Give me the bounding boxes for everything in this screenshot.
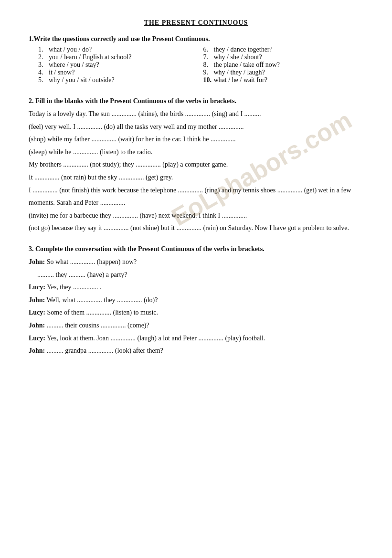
dialogue-line: .......... they .......... (have) a part… (29, 269, 363, 282)
section-2-title: 2. Fill in the blanks with the Present C… (29, 97, 363, 105)
para: Today is a lovely day. The sun .........… (29, 108, 363, 121)
speaker: Lucy: (29, 309, 45, 316)
list-item: 5. why / you / sit / outside? (38, 76, 199, 84)
speaker: John: (29, 258, 45, 265)
dialogue-line: John: .......... their cousins .........… (29, 319, 363, 332)
page-title: THE PRESENT CONTINUOUS (29, 19, 363, 27)
list-item: 6. they / dance together? (203, 46, 364, 53)
dialogue-line: John: .......... grandpa ...............… (29, 345, 363, 358)
dialogue-line: John: So what ............... (happen) n… (29, 256, 363, 269)
para: It ............... (not rain) but the sk… (29, 171, 363, 184)
para: (shop) while my father ............... (… (29, 133, 363, 146)
section-2: 2. Fill in the blanks with the Present C… (29, 97, 363, 235)
list-item: 7. why / she / shout? (203, 53, 364, 61)
list-item: 3. where / you / stay? (38, 61, 199, 69)
speaker: John: (29, 322, 45, 329)
para: (sleep) while he ............... (listen… (29, 146, 363, 159)
section-2-body: Today is a lovely day. The sun .........… (29, 108, 363, 235)
list-item: 9. why / they / laugh? (203, 69, 364, 76)
section-3-body: John: So what ............... (happen) n… (29, 256, 363, 358)
para: I ............... (not finish) this work… (29, 184, 363, 210)
list-col-right: 6. they / dance together? 7. why / she /… (203, 46, 364, 84)
list-item: 2. you / learn / English at school? (38, 53, 199, 61)
list-item: 1. what / you / do? (38, 46, 199, 53)
dialogue-line: Lucy: Yes, they ............... . (29, 281, 363, 294)
para: (not go) because they say it ...........… (29, 222, 363, 235)
speaker: Lucy: (29, 335, 45, 342)
section-1-title: 1.Write the questions correctly and use … (29, 35, 363, 43)
para: (feel) very well. I ............... (do)… (29, 121, 363, 134)
speaker: Lucy: (29, 284, 45, 291)
speaker: John: (29, 296, 45, 304)
para: My brothers ............... (not study);… (29, 158, 363, 171)
list-item: 8. the plane / take off now? (203, 61, 364, 69)
list-item: 10. what / he / wait for? (203, 76, 364, 84)
para: (invite) me for a barbecue they ........… (29, 210, 363, 222)
section-3: 3. Complete the conversation with the Pr… (29, 245, 363, 358)
section-3-title: 3. Complete the conversation with the Pr… (29, 245, 363, 253)
list-col-left: 1. what / you / do? 2. you / learn / Eng… (38, 46, 199, 84)
dialogue-line: John: Well, what ............... they ..… (29, 294, 363, 307)
list-item: 4. it / snow? (38, 69, 199, 76)
speaker: John: (29, 347, 45, 354)
dialogue-line: Lucy: Some of them ............... (list… (29, 306, 363, 319)
section-1-list: 1. what / you / do? 2. you / learn / Eng… (29, 46, 363, 84)
section-1: 1.Write the questions correctly and use … (29, 35, 363, 84)
dialogue-line: Lucy: Yes, look at them. Joan ..........… (29, 332, 363, 345)
